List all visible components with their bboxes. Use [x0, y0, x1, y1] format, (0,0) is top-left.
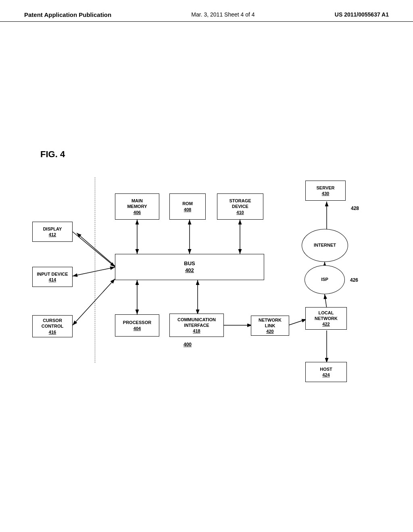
- figure-label: FIG. 4: [40, 149, 65, 160]
- display-ref: 412: [49, 232, 56, 237]
- diagram: DISPLAY 412 INPUT DEVICE 414 CURSORCONTR…: [24, 169, 387, 395]
- server-box: SERVER 430: [305, 181, 346, 201]
- main-memory-ref: 406: [133, 210, 141, 215]
- ref-428: 428: [351, 206, 359, 211]
- cursor-control-box: CURSORCONTROL 416: [32, 315, 73, 337]
- bus-box: BUS 402: [115, 254, 264, 280]
- header-left: Patent Application Publication: [24, 11, 111, 18]
- svg-line-7: [73, 267, 115, 276]
- isp-label: ISP: [321, 276, 328, 283]
- page-header: Patent Application Publication Mar. 3, 2…: [0, 0, 413, 22]
- svg-line-6: [77, 233, 115, 266]
- cursor-control-ref: 416: [49, 329, 56, 335]
- input-device-ref: 414: [49, 277, 56, 283]
- display-label: DISPLAY: [43, 226, 62, 232]
- input-device-label: INPUT DEVICE: [37, 271, 68, 277]
- ref-426: 426: [350, 277, 358, 283]
- rom-ref: 408: [184, 207, 191, 212]
- bus-label: BUS: [184, 260, 195, 267]
- ref-400: 400: [184, 342, 192, 347]
- bus-ref: 402: [185, 267, 194, 274]
- cursor-control-label: CURSORCONTROL: [42, 318, 63, 329]
- processor-box: PROCESSOR 404: [115, 314, 159, 337]
- svg-line-14: [325, 294, 327, 308]
- isp-circle: ISP: [305, 265, 345, 294]
- svg-line-8: [73, 279, 115, 325]
- comm-interface-label: COMMUNICATIONINTERFACE: [177, 317, 216, 328]
- server-ref: 430: [322, 191, 329, 196]
- local-network-box: LOCALNETWORK 422: [305, 307, 347, 330]
- host-label: HOST: [320, 366, 332, 372]
- host-ref: 424: [322, 372, 330, 378]
- local-network-ref: 422: [322, 321, 330, 327]
- storage-device-label: STORAGEDEVICE: [229, 198, 251, 210]
- header-right: US 2011/0055637 A1: [335, 11, 389, 18]
- display-box: DISPLAY 412: [32, 222, 73, 242]
- storage-device-box: STORAGEDEVICE 410: [217, 193, 263, 220]
- network-link-box: NETWORKLINK 420: [251, 316, 289, 336]
- processor-label: PROCESSOR: [123, 320, 151, 325]
- internet-circle: INTERNET: [302, 229, 348, 262]
- header-center: Mar. 3, 2011 Sheet 4 of 4: [191, 11, 254, 18]
- internet-label: INTERNET: [314, 242, 336, 248]
- comm-interface-box: COMMUNICATIONINTERFACE 418: [169, 314, 224, 337]
- svg-line-5: [73, 232, 115, 267]
- network-link-ref: 420: [266, 328, 273, 334]
- main-memory-box: MAINMEMORY 406: [115, 193, 159, 220]
- processor-ref: 404: [133, 326, 141, 331]
- local-network-label: LOCALNETWORK: [315, 310, 338, 322]
- storage-device-ref: 410: [236, 210, 244, 215]
- network-link-label: NETWORKLINK: [259, 317, 282, 329]
- rom-box: ROM 408: [169, 193, 206, 220]
- dashed-separator: [95, 177, 95, 363]
- input-device-box: INPUT DEVICE 414: [32, 267, 73, 287]
- host-box: HOST 424: [305, 362, 347, 382]
- svg-line-12: [288, 319, 307, 325]
- main-memory-label: MAINMEMORY: [127, 198, 147, 210]
- rom-label: ROM: [182, 201, 193, 206]
- server-label: SERVER: [316, 185, 334, 191]
- comm-interface-ref: 418: [193, 328, 200, 334]
